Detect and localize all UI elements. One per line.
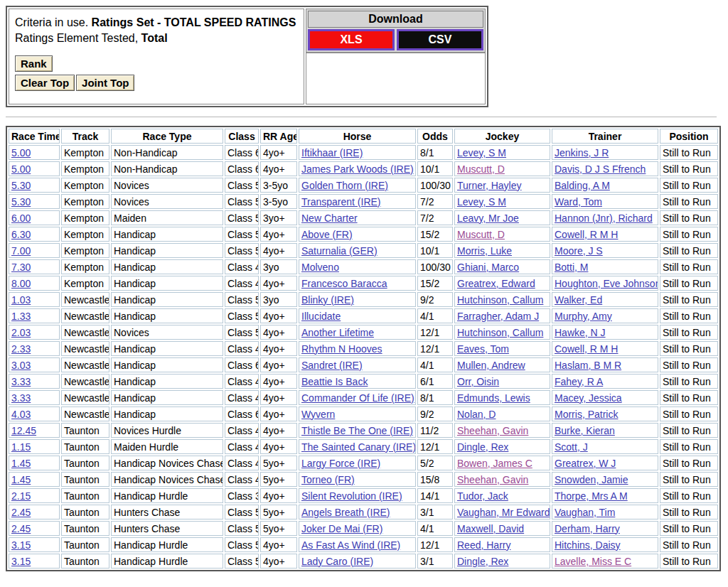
trainer-link[interactable]: Fahey, R A bbox=[555, 376, 603, 387]
trainer-link[interactable]: Cowell, R M H bbox=[555, 229, 618, 240]
jockey-link[interactable]: Dingle, Rex bbox=[457, 441, 508, 453]
race-time-link[interactable]: 2.03 bbox=[11, 327, 31, 338]
horse-link[interactable]: Wyvern bbox=[301, 409, 335, 420]
trainer-link[interactable]: Murphy, Amy bbox=[555, 311, 612, 322]
race-time-link[interactable]: 7.30 bbox=[11, 262, 31, 273]
trainer-link[interactable]: Ward, Tom bbox=[555, 196, 602, 208]
race-time-link[interactable]: 1.33 bbox=[11, 311, 31, 322]
jockey-link[interactable]: Nolan, D bbox=[457, 409, 496, 420]
horse-link[interactable]: Francesco Baracca bbox=[301, 278, 387, 289]
horse-link[interactable]: Angels Breath (IRE) bbox=[301, 507, 390, 518]
jockey-link[interactable]: Eaves, Tom bbox=[457, 343, 509, 355]
jockey-link[interactable]: Orr, Oisin bbox=[457, 376, 499, 387]
trainer-link[interactable]: Lavelle, Miss E C bbox=[555, 556, 631, 567]
race-time-link[interactable]: 2.45 bbox=[11, 507, 31, 518]
jockey-link[interactable]: Ghiani, Marco bbox=[457, 262, 519, 273]
jockey-link[interactable]: Sheehan, Gavin bbox=[457, 474, 528, 485]
horse-link[interactable]: Iftikhaar (IRE) bbox=[301, 147, 363, 158]
race-time-link[interactable]: 2.33 bbox=[11, 343, 31, 355]
horse-link[interactable]: Above (FR) bbox=[301, 229, 353, 240]
jockey-link[interactable]: Bowen, James C bbox=[457, 458, 532, 469]
trainer-link[interactable]: Vaughan, Tim bbox=[555, 507, 615, 518]
clear-top-button[interactable]: Clear Top bbox=[15, 75, 75, 91]
jockey-link[interactable]: Levey, S M bbox=[457, 147, 506, 158]
horse-link[interactable]: Sandret (IRE) bbox=[301, 360, 363, 371]
trainer-link[interactable]: Houghton, Eve Johnson bbox=[555, 278, 658, 289]
race-time-link[interactable]: 5.30 bbox=[11, 196, 31, 208]
trainer-link[interactable]: Hawke, N J bbox=[555, 327, 606, 338]
jockey-link[interactable]: Levey, S M bbox=[457, 196, 506, 208]
trainer-link[interactable]: Botti, M bbox=[555, 262, 588, 273]
race-time-link[interactable]: 12.45 bbox=[11, 425, 36, 436]
race-time-link[interactable]: 5.00 bbox=[11, 163, 31, 175]
race-time-link[interactable]: 1.15 bbox=[11, 441, 31, 453]
horse-link[interactable]: Another Lifetime bbox=[301, 327, 374, 338]
jockey-link[interactable]: Hutchinson, Callum bbox=[457, 294, 543, 306]
horse-link[interactable]: Rhythm N Hooves bbox=[301, 343, 382, 355]
horse-link[interactable]: The Sainted Canary (IRE) bbox=[301, 441, 416, 453]
horse-link[interactable]: Molveno bbox=[301, 262, 339, 273]
rank-button[interactable]: Rank bbox=[15, 55, 53, 72]
trainer-link[interactable]: Walker, Ed bbox=[555, 294, 602, 306]
horse-link[interactable]: Saturnalia (GER) bbox=[301, 245, 378, 257]
trainer-link[interactable]: Macey, Jessica bbox=[555, 392, 622, 404]
jockey-link[interactable]: Vaughan, Mr Edward bbox=[457, 507, 550, 518]
horse-link[interactable]: Golden Thorn (IRE) bbox=[301, 180, 388, 191]
trainer-link[interactable]: Cowell, R M H bbox=[555, 343, 618, 355]
trainer-link[interactable]: Balding, A M bbox=[555, 180, 610, 191]
horse-link[interactable]: Beattie Is Back bbox=[301, 376, 368, 387]
race-time-link[interactable]: 1.45 bbox=[11, 474, 31, 485]
jockey-link[interactable]: Muscutt, D bbox=[457, 163, 505, 175]
jockey-link[interactable]: Sheehan, Gavin bbox=[457, 425, 528, 436]
horse-link[interactable]: Transparent (IRE) bbox=[301, 196, 381, 208]
race-time-link[interactable]: 5.30 bbox=[11, 180, 31, 191]
race-time-link[interactable]: 6.30 bbox=[11, 229, 31, 240]
jockey-link[interactable]: Mullen, Andrew bbox=[457, 360, 525, 371]
horse-link[interactable]: Commander Of Life (IRE) bbox=[301, 392, 414, 404]
download-xls-button[interactable]: XLS bbox=[308, 29, 395, 50]
race-time-link[interactable]: 7.00 bbox=[11, 245, 31, 257]
horse-link[interactable]: James Park Woods (IRE) bbox=[301, 163, 414, 175]
race-time-link[interactable]: 8.00 bbox=[11, 278, 31, 289]
race-time-link[interactable]: 2.45 bbox=[11, 523, 31, 534]
race-time-link[interactable]: 5.00 bbox=[11, 147, 31, 158]
race-time-link[interactable]: 6.00 bbox=[11, 212, 31, 224]
trainer-link[interactable]: Thorpe, Mrs A M bbox=[555, 490, 628, 502]
jockey-link[interactable]: Muscutt, D bbox=[457, 229, 505, 240]
trainer-link[interactable]: Derham, Harry bbox=[555, 523, 620, 534]
horse-link[interactable]: Blinky (IRE) bbox=[301, 294, 354, 306]
jockey-link[interactable]: Turner, Hayley bbox=[457, 180, 522, 191]
race-time-link[interactable]: 3.15 bbox=[11, 556, 31, 567]
horse-link[interactable]: Silent Revolution (IRE) bbox=[301, 490, 402, 502]
trainer-link[interactable]: Jenkins, J R bbox=[555, 147, 609, 158]
horse-link[interactable]: As Fast As Wind (IRE) bbox=[301, 539, 400, 551]
horse-link[interactable]: Lady Caro (IRE) bbox=[301, 556, 373, 567]
race-time-link[interactable]: 2.15 bbox=[11, 490, 31, 502]
joint-top-button[interactable]: Joint Top bbox=[76, 75, 134, 91]
horse-link[interactable]: Joker De Mai (FR) bbox=[301, 523, 382, 534]
trainer-link[interactable]: Davis, D J S Ffrench bbox=[555, 163, 646, 175]
trainer-link[interactable]: Morris, Patrick bbox=[555, 409, 618, 420]
download-csv-button[interactable]: CSV bbox=[397, 29, 483, 50]
horse-link[interactable]: Thistle Be The One (IRE) bbox=[301, 425, 413, 436]
horse-link[interactable]: Illucidate bbox=[301, 311, 341, 322]
trainer-link[interactable]: Haslam, B M R bbox=[555, 360, 621, 371]
race-time-link[interactable]: 3.15 bbox=[11, 539, 31, 551]
trainer-link[interactable]: Hitchins, Daisy bbox=[555, 539, 621, 551]
race-time-link[interactable]: 3.33 bbox=[11, 392, 31, 404]
horse-link[interactable]: New Charter bbox=[301, 212, 358, 224]
jockey-link[interactable]: Farragher, Adam J bbox=[457, 311, 539, 322]
jockey-link[interactable]: Greatrex, Edward bbox=[457, 278, 535, 289]
race-time-link[interactable]: 3.03 bbox=[11, 360, 31, 371]
trainer-link[interactable]: Burke, Kieran bbox=[555, 425, 615, 436]
trainer-link[interactable]: Scott, J bbox=[555, 441, 588, 453]
horse-link[interactable]: Largy Force (IRE) bbox=[301, 458, 380, 469]
jockey-link[interactable]: Leavy, Mr Joe bbox=[457, 212, 519, 224]
jockey-link[interactable]: Morris, Luke bbox=[457, 245, 512, 257]
horse-link[interactable]: Torneo (FR) bbox=[301, 474, 355, 485]
trainer-link[interactable]: Moore, J S bbox=[555, 245, 603, 257]
race-time-link[interactable]: 4.03 bbox=[11, 409, 31, 420]
race-time-link[interactable]: 3.33 bbox=[11, 376, 31, 387]
trainer-link[interactable]: Hannon (Jnr), Richard bbox=[555, 212, 653, 224]
jockey-link[interactable]: Tudor, Jack bbox=[457, 490, 508, 502]
